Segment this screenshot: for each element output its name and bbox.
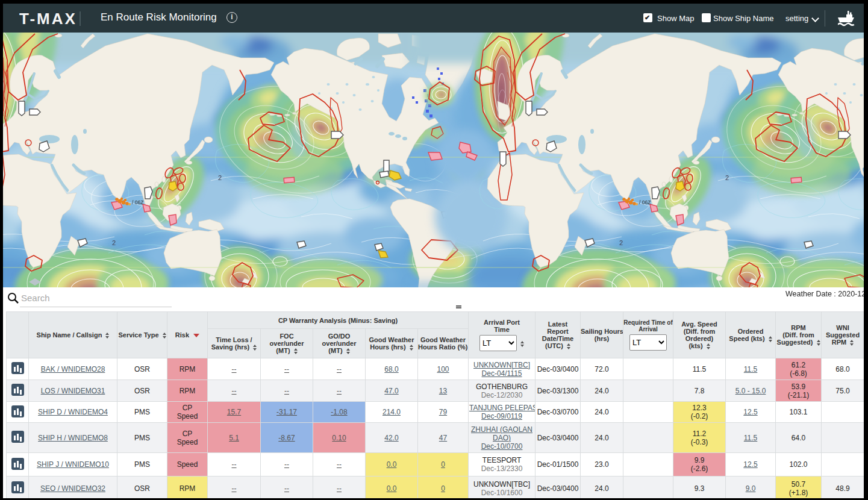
svg-text:2: 2 [112,239,116,246]
svg-text:/ 06Z: / 06Z [132,199,143,205]
svg-text:2: 2 [218,174,222,181]
